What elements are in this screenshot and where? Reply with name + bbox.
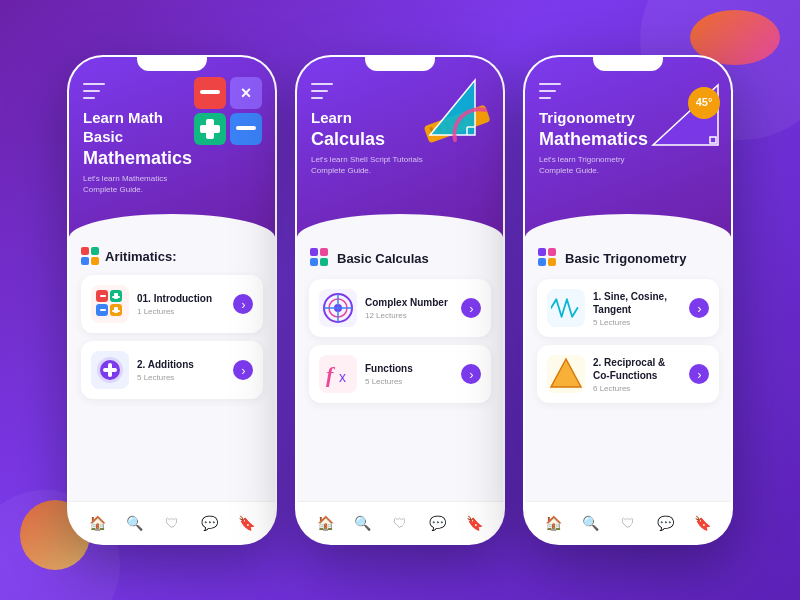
svg-rect-51 <box>538 258 546 266</box>
complex-lectures: 12 Lectures <box>365 311 453 320</box>
nav-search-1[interactable]: 🔍 <box>126 514 144 532</box>
reciprocal-info: 2. Reciprocal & Co-Functions 6 Lectures <box>593 356 681 393</box>
additions-lectures: 5 Lectures <box>137 373 225 382</box>
svg-rect-34 <box>320 248 328 256</box>
wave-2 <box>297 214 503 238</box>
additions-info: 2. Additions 5 Lectures <box>137 358 225 382</box>
nav-chat-2[interactable]: 💬 <box>428 514 446 532</box>
section-grid-icon <box>81 247 99 265</box>
phone-notch-1 <box>137 57 207 71</box>
calculas-section: Basic Calculas <box>309 247 491 269</box>
reciprocal-lectures: 6 Lectures <box>593 384 681 393</box>
additions-btn[interactable] <box>233 360 253 380</box>
nav-search-3[interactable]: 🔍 <box>582 514 600 532</box>
course-card-reciprocal[interactable]: 2. Reciprocal & Co-Functions 6 Lectures <box>537 345 719 403</box>
intro-btn[interactable] <box>233 294 253 314</box>
functions-btn[interactable] <box>461 364 481 384</box>
nav-search-2[interactable]: 🔍 <box>354 514 372 532</box>
nav-bookmark-2[interactable]: 🔖 <box>465 514 483 532</box>
phone-trig-nav: 🏠 🔍 🛡 💬 🔖 <box>525 501 731 543</box>
phone-trig: Trigonometry Mathematics Let's learn Tri… <box>523 55 733 545</box>
svg-rect-15 <box>100 309 106 311</box>
svg-rect-18 <box>112 310 120 312</box>
nav-shield-1[interactable]: 🛡 <box>163 514 181 532</box>
course-card-functions[interactable]: f x Functions 5 Lectures <box>309 345 491 403</box>
nav-shield-3[interactable]: 🛡 <box>619 514 637 532</box>
complex-icon <box>319 289 357 327</box>
svg-rect-52 <box>548 258 556 266</box>
trig-section-title: Basic Trigonometry <box>565 251 686 266</box>
svg-rect-13 <box>112 296 120 298</box>
calculas-illustration <box>420 75 495 150</box>
complex-title: Complex Number <box>365 296 453 309</box>
phone-trig-header: Trigonometry Mathematics Let's learn Tri… <box>525 57 731 237</box>
phone-calculas: Learn Calculas Let's learn Shell Script … <box>295 55 505 545</box>
reciprocal-icon <box>547 355 585 393</box>
phone-math-subtitle: Let's learn Mathematics Complete Guide. <box>83 173 203 195</box>
trig-section-icon <box>537 247 559 269</box>
intro-title: 01. Introduction <box>137 292 225 305</box>
svg-rect-10 <box>100 295 106 297</box>
nav-bookmark-3[interactable]: 🔖 <box>693 514 711 532</box>
svg-marker-53 <box>551 359 581 387</box>
aritimatics-title: Aritimatics: <box>105 249 177 264</box>
reciprocal-btn[interactable] <box>689 364 709 384</box>
course-card-additions[interactable]: 2. Additions 5 Lectures <box>81 341 263 399</box>
nav-home-1[interactable]: 🏠 <box>89 514 107 532</box>
intro-lectures: 1 Lectures <box>137 307 225 316</box>
complex-btn[interactable] <box>461 298 481 318</box>
math-illustration: × <box>192 75 267 150</box>
svg-rect-36 <box>320 258 328 266</box>
course-card-complex[interactable]: Complex Number 12 Lectures <box>309 279 491 337</box>
svg-rect-1 <box>200 90 220 94</box>
menu-icon-1[interactable] <box>83 83 105 99</box>
sine-title: 1. Sine, Cosine, Tangent <box>593 290 681 316</box>
phones-wrapper: Learn Math Basic Mathematics Let's learn… <box>0 0 800 600</box>
svg-rect-22 <box>103 368 117 372</box>
nav-chat-3[interactable]: 💬 <box>656 514 674 532</box>
functions-info: Functions 5 Lectures <box>365 362 453 386</box>
nav-bookmark-1[interactable]: 🔖 <box>237 514 255 532</box>
nav-home-3[interactable]: 🏠 <box>545 514 563 532</box>
phone-trig-subtitle: Let's learn Trigonometry Complete Guide. <box>539 154 659 176</box>
course-card-sine[interactable]: 1. Sine, Cosine, Tangent 5 Lectures <box>537 279 719 337</box>
phone-calculas-nav: 🏠 🔍 🛡 💬 🔖 <box>297 501 503 543</box>
phone-calculas-header: Learn Calculas Let's learn Shell Script … <box>297 57 503 237</box>
nav-chat-1[interactable]: 💬 <box>200 514 218 532</box>
menu-icon-2[interactable] <box>311 83 333 99</box>
phone-calculas-subtitle: Let's learn Shell Script Tutorials Compl… <box>311 154 431 176</box>
phone-math-header: Learn Math Basic Mathematics Let's learn… <box>69 57 275 237</box>
wave-3 <box>525 214 731 238</box>
trig-illustration: 45° <box>648 75 723 150</box>
additions-icon <box>91 351 129 389</box>
svg-text:×: × <box>241 83 252 103</box>
phone-math-nav: 🏠 🔍 🛡 💬 🔖 <box>69 501 275 543</box>
sine-lectures: 5 Lectures <box>593 318 681 327</box>
sine-icon <box>547 289 585 327</box>
svg-text:45°: 45° <box>696 96 713 108</box>
functions-lectures: 5 Lectures <box>365 377 453 386</box>
calculas-section-title: Basic Calculas <box>337 251 429 266</box>
menu-icon-3[interactable] <box>539 83 561 99</box>
svg-rect-8 <box>236 126 256 130</box>
additions-title: 2. Additions <box>137 358 225 371</box>
functions-title: Functions <box>365 362 453 375</box>
phone-notch-2 <box>365 57 435 71</box>
reciprocal-title: 2. Reciprocal & Co-Functions <box>593 356 681 382</box>
phone-calculas-body: Basic Calculas Complex Number 12 Lecture… <box>297 237 503 543</box>
nav-home-2[interactable]: 🏠 <box>317 514 335 532</box>
intro-icon <box>91 285 129 323</box>
phone-notch-3 <box>593 57 663 71</box>
svg-rect-50 <box>548 248 556 256</box>
phone-trig-body: Basic Trigonometry 1. Sine, Cosine, Tang… <box>525 237 731 543</box>
course-card-introduction[interactable]: 01. Introduction 1 Lectures <box>81 275 263 333</box>
sine-btn[interactable] <box>689 298 709 318</box>
nav-shield-2[interactable]: 🛡 <box>391 514 409 532</box>
functions-icon: f x <box>319 355 357 393</box>
phone-math: Learn Math Basic Mathematics Let's learn… <box>67 55 277 545</box>
calculas-section-icon <box>309 247 331 269</box>
sine-info: 1. Sine, Cosine, Tangent 5 Lectures <box>593 290 681 327</box>
intro-info: 01. Introduction 1 Lectures <box>137 292 225 316</box>
trig-section: Basic Trigonometry <box>537 247 719 269</box>
svg-rect-49 <box>538 248 546 256</box>
